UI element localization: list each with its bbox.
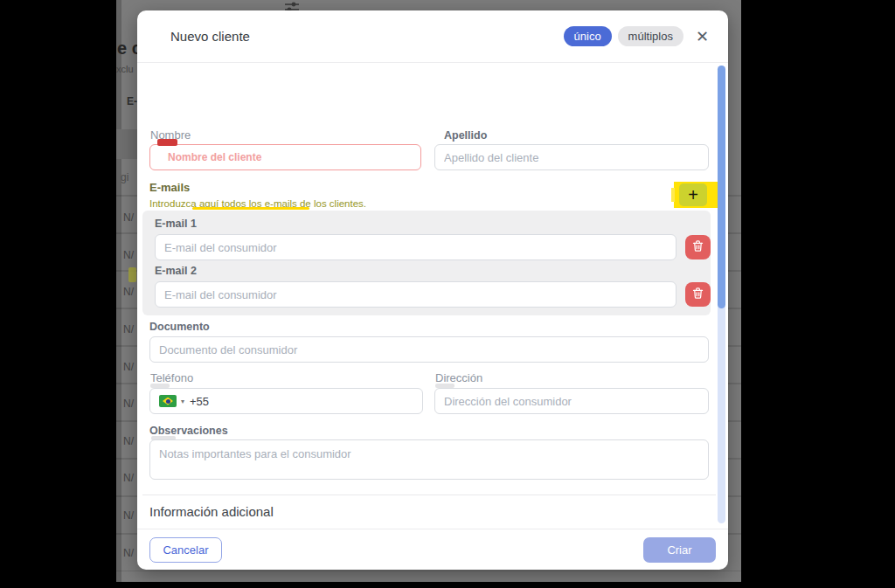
delete-email2-button[interactable]: [685, 282, 711, 307]
background-na-row: N/: [123, 547, 134, 559]
emails-group-panel: E-mail 1 E-mail 2: [142, 211, 711, 315]
add-email-highlight: +: [674, 182, 718, 208]
telefono-input[interactable]: ▾ +55: [149, 388, 423, 414]
observaciones-textarea[interactable]: [149, 439, 709, 480]
telefono-label: Teléfono: [150, 371, 193, 384]
delete-email1-button[interactable]: [685, 235, 711, 259]
email1-input[interactable]: [155, 234, 676, 260]
email1-label: E-mail 1: [155, 218, 197, 230]
trash-icon: [691, 239, 704, 255]
background-na-row: N/: [123, 286, 134, 298]
mode-multiple-button[interactable]: múltiplos: [618, 26, 683, 46]
add-email-button[interactable]: +: [679, 183, 707, 206]
dial-code: +55: [190, 395, 209, 408]
background-na-row: N/: [123, 249, 134, 261]
observaciones-label: Observaciones: [149, 425, 228, 437]
direccion-label: Dirección: [435, 371, 482, 384]
background-subheading-fragment: xclu: [116, 64, 134, 74]
modal-scrollbar-track[interactable]: [718, 66, 725, 523]
documento-input[interactable]: [149, 336, 709, 363]
trash-icon: [691, 287, 704, 302]
flag-dropdown-caret-icon[interactable]: ▾: [181, 398, 184, 405]
background-na-row: N/: [123, 211, 134, 224]
modal-scrollbar-thumb[interactable]: [718, 66, 725, 308]
emails-section-label: E-mails: [149, 181, 190, 194]
background-highlight-smudge: [128, 267, 136, 282]
nombre-input[interactable]: [149, 144, 421, 170]
create-button[interactable]: Criar: [643, 537, 716, 563]
cancel-button[interactable]: Cancelar: [149, 537, 222, 563]
background-na-row: N/: [123, 435, 134, 447]
email2-label: E-mail 2: [155, 265, 197, 277]
background-na-row: N/: [123, 361, 134, 373]
apellido-label: Apellido: [444, 129, 487, 142]
background-table-header-band: [116, 129, 138, 159]
background-row-fragment: gi: [121, 171, 128, 183]
background-na-row: N/: [123, 472, 134, 484]
modal-body: Nombre Apellido E-mails Introduzca aquí …: [137, 64, 728, 529]
yellow-underline-annotation: [192, 207, 309, 210]
clipped-red-text-artifact: [157, 139, 177, 146]
direccion-input[interactable]: [434, 388, 709, 414]
background-tab-fragment: E-: [127, 95, 137, 107]
new-client-modal: Nuevo cliente único múltiplos ✕ Nombre A…: [137, 10, 728, 570]
background-na-row: N/: [123, 398, 134, 410]
section-divider: [142, 495, 716, 495]
email2-input[interactable]: [155, 281, 676, 308]
close-icon[interactable]: ✕: [696, 29, 709, 45]
additional-info-heading: Información adicional: [149, 504, 274, 519]
highlight-tail: [671, 188, 675, 202]
documento-label: Documento: [149, 321, 210, 333]
brazil-flag-icon[interactable]: [159, 395, 177, 407]
apellido-input[interactable]: [434, 144, 709, 170]
modal-footer: Cancelar Criar: [137, 529, 728, 570]
background-na-row: N/: [123, 509, 134, 522]
background-na-row: N/: [123, 323, 134, 336]
modal-title: Nuevo cliente: [170, 29, 564, 44]
modal-header: Nuevo cliente único múltiplos ✕: [137, 10, 728, 63]
mode-unique-button[interactable]: único: [564, 26, 612, 46]
screen: e c xclu E- gi N/ N/ N/ N/ N/ N/ N/ N/ N…: [0, 0, 895, 588]
